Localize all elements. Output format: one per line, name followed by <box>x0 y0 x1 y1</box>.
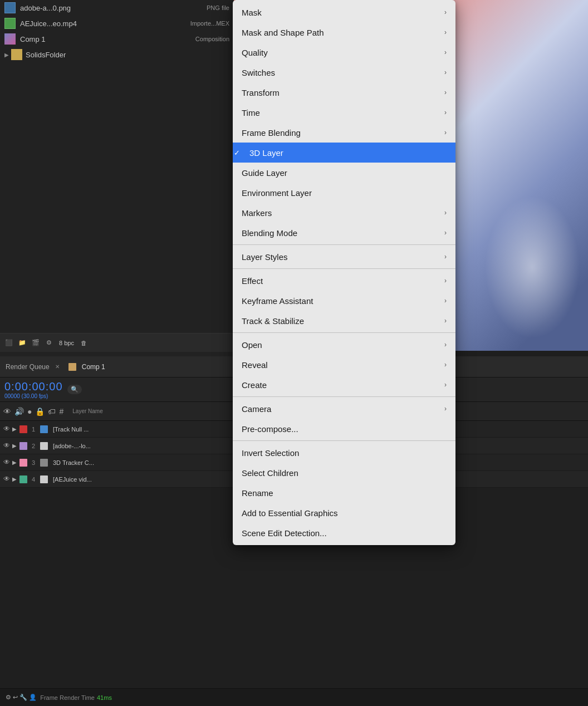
layer-visibility-icon[interactable]: 👁 <box>2 458 11 467</box>
search-icon: 🔍 <box>71 386 79 393</box>
menu-item-transform[interactable]: Transform› <box>233 82 455 102</box>
timecode-display: 0:00:00:00 <box>4 380 63 393</box>
menu-item-select-children[interactable]: Select Children <box>233 463 455 483</box>
number-icon[interactable]: # <box>59 407 63 416</box>
audio-icon[interactable]: 🔊 <box>14 407 24 416</box>
menu-item-guide-layer[interactable]: Guide Layer <box>233 163 455 183</box>
lock-icon[interactable]: 🔒 <box>35 407 45 416</box>
menu-item-label: Rename <box>242 488 273 498</box>
menu-item-mask[interactable]: Mask› <box>233 2 455 22</box>
layer-number: 3 <box>29 459 38 466</box>
project-item-png[interactable]: adobe-a...0.png PNG file <box>0 0 234 16</box>
menu-item-switches[interactable]: Switches› <box>233 62 455 82</box>
menu-item-add-essential-graphics[interactable]: Add to Essential Graphics <box>233 503 455 523</box>
status-value: 41ms <box>97 694 112 701</box>
menu-item-layer-styles[interactable]: Layer Styles› <box>233 247 455 267</box>
layer-color-icon <box>19 442 27 450</box>
settings-icon[interactable]: ⚙ <box>43 337 55 349</box>
search-box[interactable]: 🔍 <box>67 385 82 394</box>
menu-separator <box>233 440 455 441</box>
fps-label: 00000 (30.00 fps) <box>4 393 63 400</box>
solo-icon[interactable]: ● <box>27 407 32 416</box>
layer-visibility-icon[interactable]: 👁 <box>2 475 11 484</box>
layer-expand-icon[interactable]: ▶ <box>12 426 17 432</box>
folder-thumbnail <box>11 49 22 60</box>
submenu-arrow-icon: › <box>444 89 447 96</box>
layer-type-icon <box>40 459 48 467</box>
layer-expand-icon[interactable]: ▶ <box>12 459 17 465</box>
menu-item-effect[interactable]: Effect› <box>233 271 455 291</box>
project-item-name: Solids <box>26 51 45 59</box>
menu-item-create[interactable]: Create› <box>233 375 455 395</box>
layer-visibility-icon[interactable]: 👁 <box>2 442 11 450</box>
menu-item-mask-shape-path[interactable]: Mask and Shape Path› <box>233 22 455 42</box>
menu-item-frame-blending[interactable]: Frame Blending› <box>233 122 455 143</box>
menu-item-label: 3D Layer <box>249 148 283 158</box>
menu-item-pre-compose[interactable]: Pre-compose... <box>233 419 455 439</box>
submenu-arrow-icon: › <box>444 8 447 16</box>
submenu-arrow-icon: › <box>444 341 447 349</box>
menu-item-markers[interactable]: Markers› <box>233 203 455 223</box>
project-item-comp[interactable]: Comp 1 Composition <box>0 31 234 47</box>
menu-item-3d-layer[interactable]: ✓3D Layer <box>233 143 455 163</box>
menu-item-label: Camera <box>242 404 271 414</box>
layer-number: 4 <box>29 476 38 483</box>
project-item-name: Comp 1 <box>20 35 46 43</box>
tab-comp1[interactable]: Comp 1 <box>82 363 105 371</box>
menu-item-label: Environment Layer <box>242 188 312 198</box>
png-thumbnail <box>4 2 16 13</box>
menu-item-quality[interactable]: Quality› <box>233 42 455 62</box>
layer-color-icon <box>19 459 27 467</box>
render-queue-icon[interactable]: ⬛ <box>3 337 14 349</box>
layer-name-header: Layer Name <box>72 408 102 414</box>
layer-name: [adobe-...-lo... <box>53 443 91 449</box>
info-icons: ⚙ ↩ 🔧 👤 <box>6 694 37 701</box>
menu-item-blending-mode[interactable]: Blending Mode› <box>233 223 455 243</box>
menu-item-label: Transform <box>242 88 280 97</box>
layer-expand-icon[interactable]: ▶ <box>12 443 17 449</box>
tab-close-icon[interactable]: ✕ <box>55 364 60 370</box>
menu-item-label: Open <box>242 340 262 350</box>
menu-item-open[interactable]: Open› <box>233 335 455 355</box>
comp-settings-icon[interactable]: 🎬 <box>30 337 41 349</box>
menu-item-rename[interactable]: Rename <box>233 483 455 503</box>
layer-name: [AEJuice vid... <box>53 476 92 483</box>
label-icon[interactable]: 🏷 <box>48 407 56 416</box>
menu-separator <box>233 396 455 397</box>
project-item-name: adobe-a...0.png <box>20 4 71 12</box>
layer-expand-icon[interactable]: ▶ <box>12 476 17 482</box>
menu-item-label: Mask <box>242 8 262 17</box>
menu-item-camera[interactable]: Camera› <box>233 399 455 419</box>
folder-icon[interactable]: 📁 <box>17 337 28 349</box>
eye-icon[interactable]: 👁 <box>3 407 11 416</box>
project-item-mp4[interactable]: AEJuice...eo.mp4 Importe...MEX <box>0 16 234 31</box>
menu-item-time[interactable]: Time› <box>233 102 455 122</box>
layer-visibility-icon[interactable]: 👁 <box>2 425 11 434</box>
menu-item-label: Markers <box>242 208 272 218</box>
menu-item-label: Select Children <box>242 468 298 478</box>
preview-overlay <box>477 184 588 351</box>
layer-color-icon <box>19 475 27 483</box>
submenu-arrow-icon: › <box>444 361 447 369</box>
submenu-arrow-icon: › <box>444 253 447 261</box>
menu-item-label: Guide Layer <box>242 168 287 178</box>
menu-item-environment-layer[interactable]: Environment Layer <box>233 183 455 203</box>
submenu-arrow-icon: › <box>444 317 447 325</box>
menu-item-keyframe-assistant[interactable]: Keyframe Assistant› <box>233 291 455 311</box>
tab-render-queue[interactable]: Render Queue <box>6 363 50 371</box>
trash-icon[interactable]: 🗑 <box>79 337 90 349</box>
menu-item-scene-edit-detection[interactable]: Scene Edit Detection... <box>233 523 455 543</box>
menu-item-track-stabilize[interactable]: Track & Stabilize› <box>233 311 455 331</box>
submenu-arrow-icon: › <box>444 405 447 413</box>
submenu-arrow-icon: › <box>444 297 447 305</box>
menu-item-label: Scene Edit Detection... <box>242 528 327 538</box>
menu-item-reveal[interactable]: Reveal› <box>233 355 455 375</box>
menu-item-label: Keyframe Assistant <box>242 296 313 306</box>
submenu-arrow-icon: › <box>444 209 447 217</box>
layer-color-icon <box>19 425 27 433</box>
project-item-folder[interactable]: ▶ Solids Folder <box>0 47 234 62</box>
project-item-type: PNG file <box>207 4 229 11</box>
menu-item-label: Track & Stabilize <box>242 316 304 326</box>
comp-icon <box>68 363 76 371</box>
menu-item-invert-selection[interactable]: Invert Selection <box>233 443 455 463</box>
